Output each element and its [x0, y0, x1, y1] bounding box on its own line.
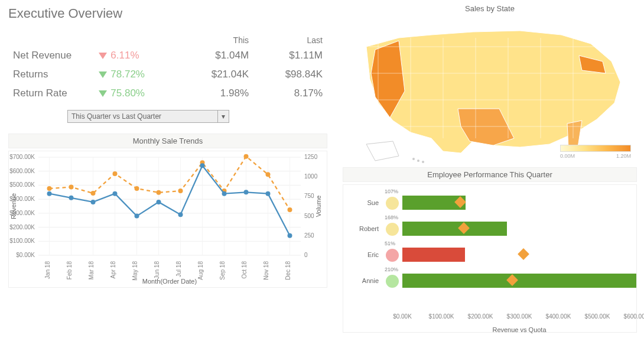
svg-text:1250: 1250	[304, 154, 318, 160]
svg-point-53	[135, 186, 139, 191]
arrow-down-icon	[99, 90, 107, 97]
svg-text:Apr 18: Apr 18	[110, 261, 116, 279]
emp-status-dot	[386, 275, 399, 288]
svg-text:500: 500	[304, 213, 314, 219]
svg-point-84	[412, 158, 415, 160]
svg-text:$500.00K: $500.00K	[9, 181, 35, 188]
svg-point-86	[422, 161, 424, 163]
emp-title: Employee Performance This Quarter	[343, 167, 637, 182]
svg-text:$100.00K: $100.00K	[9, 238, 35, 244]
svg-text:Jul 18: Jul 18	[175, 261, 182, 277]
emp-name: Annie	[343, 277, 379, 284]
monthly-trends-chart[interactable]: $0.00K$100.00K$200.00K$300.00K$400.00K$5…	[8, 151, 327, 288]
kpi-name: Returns	[8, 65, 94, 84]
emp-row: Eric51%	[343, 239, 636, 265]
page-title: Executive Overview	[8, 6, 327, 21]
emp-pct-label: 51%	[385, 240, 395, 246]
kpi-header-last: Last	[253, 32, 327, 46]
kpi-table: This Last Net Revenue 6.11% $1.04M $1.11…	[8, 32, 327, 103]
svg-point-49	[47, 186, 52, 191]
emp-status-dot	[386, 249, 399, 262]
svg-point-54	[157, 190, 161, 195]
kpi-pct: 6.11%	[94, 46, 180, 65]
svg-text:Nov 18: Nov 18	[263, 261, 269, 280]
period-selector-label: This Quarter vs Last Quarter	[71, 112, 161, 121]
kpi-name: Return Rate	[8, 84, 94, 103]
kpi-last: $1.11M	[253, 46, 327, 65]
emp-pct-label: 168%	[385, 214, 398, 220]
svg-point-63	[91, 200, 96, 204]
svg-text:Feb 18: Feb 18	[66, 261, 73, 280]
emp-pct-label: 107%	[385, 188, 398, 194]
svg-point-65	[135, 214, 139, 219]
svg-point-67	[178, 212, 183, 217]
kpi-row-return-rate: Return Rate 75.80% 1.98% 8.17%	[8, 84, 327, 103]
svg-point-51	[91, 191, 96, 196]
svg-text:May 18: May 18	[132, 261, 138, 281]
svg-text:0: 0	[304, 252, 308, 258]
svg-text:Jan 18: Jan 18	[44, 261, 51, 279]
svg-point-71	[266, 191, 271, 196]
svg-point-50	[69, 184, 74, 189]
map-title: Sales by State	[343, 3, 637, 14]
svg-point-66	[157, 200, 161, 204]
svg-text:$0.00K: $0.00K	[16, 252, 35, 258]
kpi-row-net-revenue: Net Revenue 6.11% $1.04M $1.11M	[8, 46, 327, 65]
kpi-last: 8.17%	[253, 84, 327, 103]
chevron-down-icon: ▾	[217, 110, 229, 122]
map-legend: 0.00M1.20M	[560, 145, 631, 159]
svg-point-52	[113, 171, 118, 176]
kpi-row-returns: Returns 78.72% $21.04K $98.84K	[8, 65, 327, 84]
svg-text:$700.00K: $700.00K	[9, 154, 35, 160]
svg-text:Oct 18: Oct 18	[241, 261, 248, 279]
svg-point-85	[417, 160, 419, 162]
kpi-last: $98.84K	[253, 65, 327, 84]
emp-row: Robert168%	[343, 213, 636, 239]
period-selector[interactable]: This Quarter vs Last Quarter ▾	[67, 110, 229, 123]
employee-chart[interactable]: Sue107%Robert168%Eric51%Annie210%$0.00K$…	[343, 184, 637, 333]
sales-map[interactable]: 0.00M1.20M	[343, 14, 637, 165]
svg-point-70	[244, 190, 249, 194]
svg-point-64	[113, 191, 118, 196]
trends-title: Monthly Sale Trends	[8, 134, 327, 148]
svg-point-58	[244, 154, 249, 159]
svg-point-69	[222, 191, 227, 196]
kpi-pct: 75.80%	[94, 84, 180, 103]
svg-point-55	[178, 188, 183, 193]
svg-text:$200.00K: $200.00K	[9, 224, 35, 230]
kpi-this: 1.98%	[180, 84, 253, 103]
emp-status-dot	[386, 197, 399, 210]
svg-text:$600.00K: $600.00K	[9, 168, 35, 174]
svg-text:Revenue: Revenue	[10, 193, 17, 219]
emp-revenue-bar	[402, 274, 636, 288]
svg-text:Volume: Volume	[315, 196, 322, 217]
svg-text:Sep 18: Sep 18	[219, 261, 226, 280]
emp-name: Eric	[343, 251, 379, 258]
svg-point-59	[266, 172, 271, 177]
svg-point-62	[69, 196, 74, 200]
arrow-down-icon	[99, 53, 107, 59]
arrow-down-icon	[99, 72, 107, 78]
svg-text:Month(Order Date): Month(Order Date)	[142, 278, 197, 285]
svg-point-68	[200, 163, 205, 168]
svg-text:Aug 18: Aug 18	[197, 261, 204, 280]
emp-row: Annie210%	[343, 265, 636, 291]
emp-name: Robert	[343, 225, 379, 232]
emp-pct-label: 210%	[385, 266, 398, 272]
emp-x-axis-title: Revenue vs Quota	[402, 326, 636, 333]
emp-status-dot	[386, 223, 399, 236]
kpi-this: $1.04M	[180, 46, 253, 65]
svg-text:Jun 18: Jun 18	[154, 261, 160, 279]
svg-text:1000: 1000	[304, 173, 318, 180]
emp-row: Sue107%	[343, 187, 636, 213]
kpi-pct: 78.72%	[94, 65, 180, 84]
emp-name: Sue	[343, 199, 379, 206]
kpi-header-this: This	[180, 32, 253, 46]
emp-revenue-bar	[402, 222, 507, 236]
svg-text:750: 750	[304, 193, 314, 199]
svg-text:Dec 18: Dec 18	[285, 261, 291, 280]
kpi-name: Net Revenue	[8, 46, 94, 65]
kpi-this: $21.04K	[180, 65, 253, 84]
svg-point-61	[47, 191, 52, 196]
svg-text:250: 250	[304, 232, 314, 239]
